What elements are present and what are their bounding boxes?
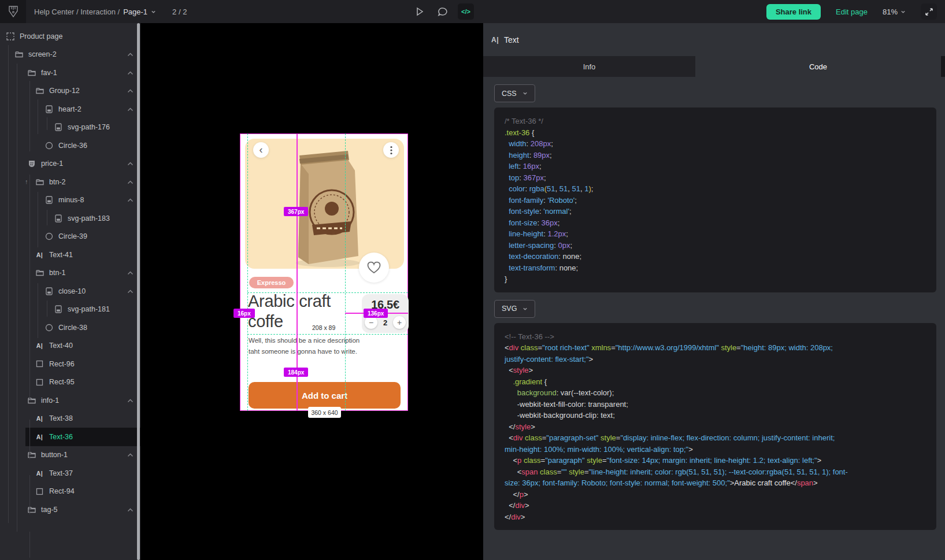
layer-row-text-37[interactable]: A|Text-37 [0, 464, 140, 483]
code-line: -webkit-background-clip: text; [505, 410, 936, 421]
layer-row-heart-2[interactable]: heart-2 [0, 100, 140, 118]
layer-row-group-12[interactable]: Group-12 [0, 82, 140, 101]
layer-row-tag-5[interactable]: tag-5 [0, 500, 140, 519]
chevron-down-icon [522, 91, 528, 96]
decrement-button[interactable]: − [365, 316, 377, 329]
measure-label-left: 16px [234, 309, 255, 318]
layer-row-rect-96[interactable]: Rect-96 [0, 355, 140, 373]
tree-guide [17, 64, 17, 532]
code-line: <div class="root rich-text" xmlns="http:… [505, 342, 936, 354]
code-line: line-height: 1.2px; [505, 228, 936, 240]
layer-label: Circle-38 [58, 324, 87, 332]
layer-label: Rect-94 [49, 487, 75, 495]
chevron-up-icon[interactable] [127, 396, 134, 405]
more-options-button[interactable] [383, 142, 399, 158]
layer-label: Rect-96 [49, 360, 75, 368]
layer-row-text-36[interactable]: A|Text-36 [0, 428, 140, 446]
code-line: .text-36 { [505, 127, 936, 139]
top-bar: Help Center / Interaction / Page-1 2 / 2… [0, 0, 945, 23]
layer-row-price-1[interactable]: price-1 [0, 155, 140, 173]
chevron-up-icon[interactable] [127, 506, 134, 514]
chevron-up-icon[interactable] [127, 160, 134, 168]
play-button[interactable] [412, 3, 428, 20]
code-line: -webkit-text-fill-color: transparent; [505, 399, 936, 410]
layer-row-svg-path-181[interactable]: svg-path-181 [0, 301, 140, 319]
comments-button[interactable] [435, 3, 451, 20]
category-tag[interactable]: Expresso [249, 277, 294, 288]
layer-row-minus-8[interactable]: minus-8 [0, 191, 140, 210]
layer-row-btn-1[interactable]: btn-1 [0, 264, 140, 283]
code-line: text-decoration: none; [505, 251, 936, 262]
code-line: </div> [505, 511, 936, 523]
layer-row-circle-36[interactable]: Circle-36 [0, 136, 140, 155]
layer-row-btn-2[interactable]: btn-2 [0, 173, 140, 191]
folder-icon [27, 396, 36, 405]
increment-button[interactable]: + [393, 316, 406, 329]
tree-guide [38, 283, 38, 338]
layer-row-screen-2[interactable]: screen-2 [0, 46, 140, 64]
back-button[interactable]: ‹ [253, 142, 269, 158]
circle-icon [45, 141, 53, 150]
play-icon [416, 7, 424, 16]
layer-row-svg-path-176[interactable]: svg-path-176 [0, 118, 140, 137]
product-image-area[interactable] [245, 139, 404, 269]
tree-guide [47, 301, 47, 317]
chevron-up-icon[interactable] [127, 87, 134, 95]
code-view-button[interactable]: </> [458, 3, 474, 20]
layer-row-rect-95[interactable]: Rect-95 [0, 373, 140, 392]
chevron-up-icon[interactable] [127, 69, 134, 77]
design-canvas[interactable]: ‹ Expresso Arabic craft coffe 16.5€ − 2 … [140, 23, 483, 560]
svg-format-select[interactable]: SVG [494, 300, 535, 318]
guide-vertical-left [247, 133, 248, 411]
panel-scrollbar-gutter[interactable] [941, 56, 945, 77]
chevron-up-icon[interactable] [127, 451, 134, 459]
layer-row-close-10[interactable]: close-10 [0, 282, 140, 301]
layer-label: info-1 [41, 396, 59, 405]
layer-label: Text-38 [49, 414, 73, 422]
chevron-up-icon[interactable] [127, 269, 134, 277]
add-to-cart-button[interactable]: Add to cart [249, 382, 401, 409]
chevron-up-icon[interactable] [127, 287, 134, 295]
chevron-up-icon[interactable] [127, 178, 134, 186]
layer-row-product page[interactable]: Product page [0, 27, 140, 46]
chevron-up-icon[interactable] [127, 196, 134, 204]
layer-row-rect-94[interactable]: Rect-94 [0, 483, 140, 501]
layer-row-button-1[interactable]: button-1 [0, 446, 140, 465]
product-screen-frame[interactable]: ‹ Expresso Arabic craft coffe 16.5€ − 2 … [240, 133, 408, 411]
tab-info[interactable]: Info [483, 56, 695, 77]
app-logo[interactable] [0, 0, 26, 23]
text-icon: A| [35, 432, 44, 441]
sidebar-scrollbar[interactable] [137, 23, 140, 560]
chat-bubble-icon [438, 7, 448, 17]
layer-row-info-1[interactable]: info-1 [0, 391, 140, 410]
folder-icon [27, 451, 36, 459]
chevron-up-icon[interactable] [127, 50, 134, 58]
mask-icon [27, 160, 36, 168]
layer-row-text-40[interactable]: A|Text-40 [0, 337, 140, 355]
share-link-button[interactable]: Share link [766, 4, 821, 20]
layer-row-text-38[interactable]: A|Text-38 [0, 410, 140, 428]
zoom-level-dropdown[interactable]: 81% [883, 8, 906, 16]
measure-label-right: 136px [364, 309, 388, 318]
css-code-block: /* Text-36 */.text-36 { width: 208px; he… [494, 107, 936, 292]
layer-row-circle-38[interactable]: Circle-38 [0, 318, 140, 337]
breadcrumb[interactable]: Help Center / Interaction / Page-1 [34, 8, 156, 16]
layer-label: svg-path-176 [68, 123, 110, 131]
tree-guide [29, 81, 30, 151]
css-select-value: CSS [502, 90, 517, 98]
svgfile-icon [45, 287, 53, 295]
layer-row-text-41[interactable]: A|Text-41 [0, 246, 140, 264]
tab-code[interactable]: Code [695, 56, 941, 77]
fullscreen-button[interactable] [921, 3, 937, 20]
code-line: font-style: 'normal'; [505, 206, 936, 217]
chevron-up-icon[interactable] [127, 105, 134, 113]
layer-row-svg-path-183[interactable]: svg-path-183 [0, 209, 140, 228]
css-format-select[interactable]: CSS [494, 84, 535, 102]
layer-label: Circle-39 [58, 232, 87, 240]
product-title[interactable]: Arabic craft coffe [248, 291, 355, 332]
layer-row-fav-1[interactable]: fav-1 [0, 64, 140, 82]
layer-row-circle-39[interactable]: Circle-39 [0, 228, 140, 246]
layer-label: Group-12 [49, 87, 80, 95]
favorite-button[interactable] [359, 253, 389, 283]
edit-page-link[interactable]: Edit page [836, 8, 868, 16]
